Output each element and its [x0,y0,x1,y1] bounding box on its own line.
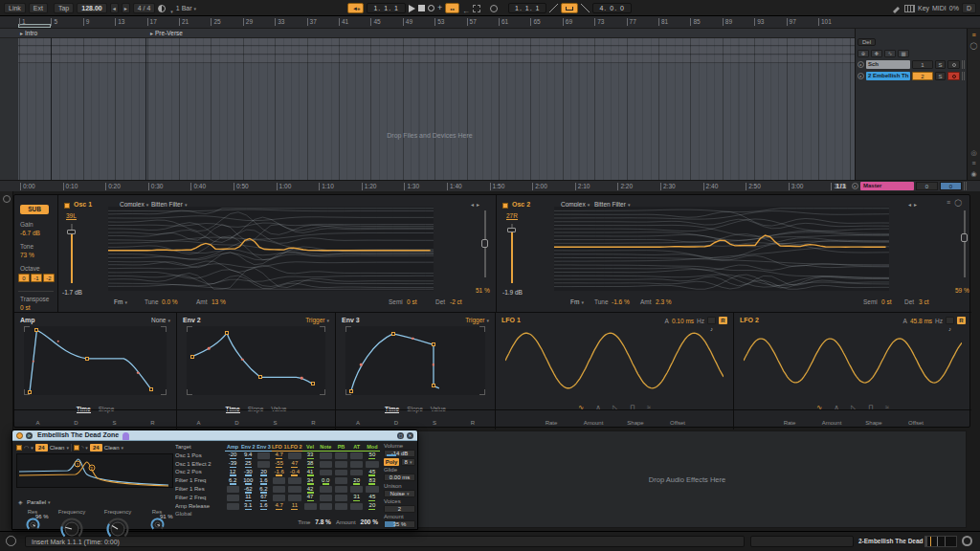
env2-plot[interactable] [187,326,325,395]
osc1-table-prev-next-icons[interactable]: ◂▸ [471,201,482,208]
matrix-cell[interactable] [350,452,363,459]
overdub-button[interactable] [445,3,459,13]
new-button[interactable]: + [437,4,442,12]
osc2-gain-value[interactable]: -1.9 dB [502,289,523,296]
octave-minus1-button[interactable]: -1 [31,274,42,282]
master-track-row[interactable]: ▸ Master 0 0 [852,181,967,190]
track-lane[interactable] [18,47,855,55]
filter2-freq-knob[interactable] [106,527,129,543]
loop-start-display[interactable]: 1. 1. 1 [508,3,546,13]
amp-env-plot[interactable] [24,326,167,395]
osc2-semi-value[interactable]: 0 st [881,298,891,305]
track-name[interactable]: 2 Embellish Th [866,72,910,80]
mixer-menu-icon[interactable]: ≡ [971,32,975,38]
matrix-cell[interactable]: 1.6 [256,502,271,511]
beat-time-ruler[interactable]: 1591317212529333741454953576165697377818… [0,16,980,29]
filter-response-display[interactable]: 1 2 [16,453,173,488]
lfo2-sync-icon[interactable] [946,317,954,324]
matrix-cell[interactable] [273,477,285,484]
envelope-curve-dot[interactable] [32,360,34,363]
matrix-cell[interactable] [257,461,270,468]
matrix-cell[interactable]: 31 [349,494,365,502]
punch-out-icon[interactable] [581,4,590,12]
envelope-handle[interactable] [432,342,435,346]
arm-button-active[interactable] [947,72,960,80]
envelope-curve-dot[interactable] [57,341,60,343]
time-ruler[interactable]: 1/1 0:000:100:200:300:400:501:001:101:20… [0,180,980,191]
filter2-res-knob[interactable] [150,518,165,535]
matrix-cell[interactable] [335,486,347,493]
matrix-cell[interactable] [335,461,347,468]
matrix-cell[interactable]: -1.6 [272,469,287,477]
window-unfold-icon[interactable]: ◻ [397,432,404,439]
record-button[interactable] [428,5,434,11]
envelope-handle[interactable] [311,382,315,386]
osc2-position-handle[interactable] [961,233,968,242]
osc2-gain-handle[interactable] [507,228,516,232]
osc2-det-value[interactable]: 3 ct [919,298,928,305]
master-track-name[interactable]: Master [860,182,914,190]
matrix-cell[interactable]: 50 [365,452,380,460]
mixer-toggle-icon[interactable]: ◉ [970,170,976,177]
envelope-curve-dot[interactable] [241,358,244,361]
matrix-cell[interactable]: 9.4 [240,452,256,460]
envelope-curve-dot[interactable] [360,364,363,366]
time-signature-field[interactable]: 4 / 4 [133,3,156,13]
envelope-curve-dot[interactable] [137,372,140,375]
matrix-cell[interactable] [288,495,301,501]
envelope-curve-dot[interactable] [433,364,435,366]
track-input-chooser[interactable]: 2 [912,72,933,80]
envelope-curve-dot[interactable] [208,347,211,350]
filter2-res-value[interactable]: 91 % [160,514,173,519]
matrix-target[interactable]: Amp Release [175,503,225,510]
add-track-icon[interactable]: ⊕ [858,50,869,57]
osc2-toggle[interactable] [502,203,508,209]
osc1-position-value[interactable]: 51 % [476,287,490,294]
matrix-cell[interactable]: 12 [225,469,240,477]
solo-button[interactable]: S [935,72,946,80]
voice-count-menu[interactable]: 8 [401,458,415,466]
poly-mode-button[interactable]: Poly [384,458,399,466]
env2-mode-menu[interactable]: Trigger [305,317,329,323]
envelope-handle[interactable] [190,355,194,359]
filter2-circuit-menu[interactable]: Clean [104,445,123,451]
matrix-cell[interactable] [350,503,363,510]
master-send-a[interactable]: 0 [916,182,938,190]
device-activator-icon[interactable] [3,195,11,203]
link-button[interactable]: Link [4,3,26,13]
env3-mode-menu[interactable]: Trigger [465,317,489,323]
matrix-cell[interactable]: 100 [240,476,256,485]
delete-button[interactable]: Del [858,38,876,46]
matrix-cell[interactable]: -55 [272,460,287,469]
osc1-gain-value[interactable]: -1.7 dB [62,289,82,296]
fade-icon[interactable]: ∿ [884,50,896,57]
filter1-slope-button[interactable]: 24 [35,444,48,452]
envelope-handle[interactable] [391,332,395,336]
lfo1-hz-mode[interactable]: Hz [697,318,704,324]
loop-button[interactable] [561,3,578,13]
filter1-res-value[interactable]: 96 % [35,514,49,519]
matrix-cell[interactable] [350,486,363,493]
device-menu-icon[interactable]: ≡ [947,199,950,206]
hot-swap-icon[interactable]: ◯ [954,199,962,206]
matrix-cell[interactable]: 6.2 [225,476,240,485]
volume-field[interactable]: -14 dB [384,450,415,457]
matrix-cell[interactable]: 45 [365,469,380,477]
envelope-curve-dot[interactable] [412,338,414,341]
filter2-type-icon[interactable]: ◝ [81,444,88,451]
osc1-toggle[interactable] [64,203,70,209]
filter2-toggle[interactable] [74,445,79,451]
filter1-handle[interactable]: 1 [75,461,81,468]
matrix-cell[interactable]: 41 [302,469,318,477]
play-button[interactable] [409,5,415,12]
locator-lane[interactable]: IntroPre-Verse [0,29,980,38]
filter1-type-icon[interactable]: ◠ [24,444,33,451]
unison-amount-field[interactable]: 35 % [384,520,415,528]
matrix-target[interactable]: Osc 1 Effect 2 [175,461,225,468]
matrix-cell[interactable] [320,503,332,510]
matrix-cell[interactable] [320,495,332,501]
solo-button[interactable]: S [935,60,946,69]
matrix-cell[interactable]: -20 [225,452,240,460]
lfo1-wave-display[interactable] [505,326,724,395]
master-send-b[interactable]: 0 [940,182,962,190]
